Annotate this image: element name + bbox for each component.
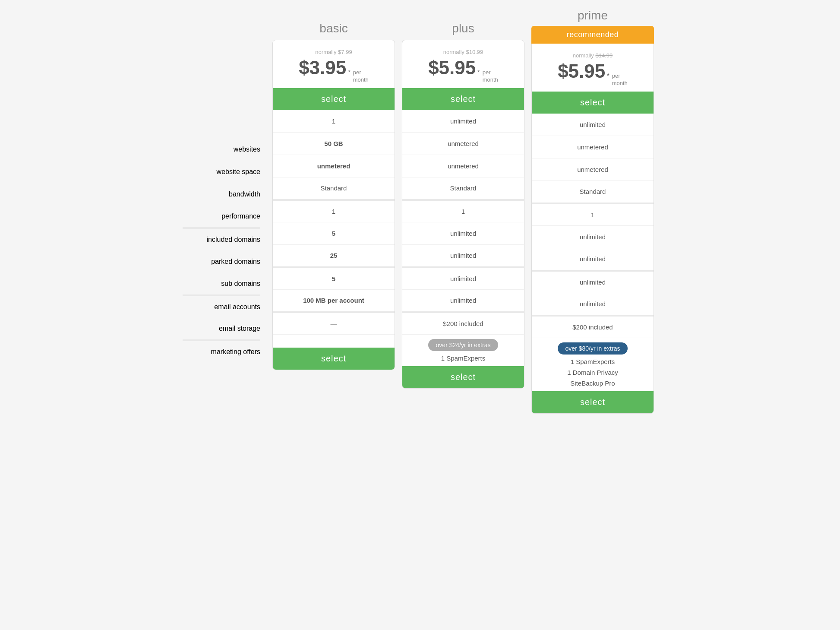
plus-price-section: normally $10.99 $5.95 * per month	[402, 40, 524, 88]
plus-parked-domains: unlimited	[402, 222, 524, 245]
prime-plan-card: normally $14.99 $5.95 * per month select…	[531, 44, 654, 414]
plus-email-accounts: unlimited	[402, 267, 524, 290]
label-website-space: website space	[217, 168, 260, 176]
prime-marketing-offers: $200 included	[532, 316, 654, 338]
plus-price: $5.95	[428, 57, 476, 79]
basic-normally: normally $7.99	[279, 49, 388, 55]
label-included-domains: included domains	[206, 236, 260, 244]
basic-original-price: $7.99	[338, 49, 352, 55]
prime-select-top-button[interactable]: select	[532, 92, 654, 114]
plus-email-storage: unlimited	[402, 290, 524, 312]
plus-spamexperts: 1 SpamExperts	[441, 355, 486, 362]
prime-sitebackup: SiteBackup Pro	[570, 380, 615, 387]
prime-extras-section: over $80/yr in extras 1 SpamExperts 1 Do…	[532, 338, 654, 391]
prime-website-space: unmetered	[532, 136, 654, 158]
basic-websites: 1	[273, 110, 395, 133]
basic-plan-column: basic normally $7.99 $3.95 * per month s…	[272, 17, 395, 370]
prime-normally: normally $14.99	[538, 52, 647, 59]
basic-email-storage: 100 MB per account	[273, 290, 395, 312]
label-parked-domains: parked domains	[211, 258, 260, 266]
plus-select-top-button[interactable]: select	[402, 88, 524, 110]
plus-original-price: $10.99	[466, 49, 483, 55]
prime-plan-title: prime	[531, 4, 654, 26]
prime-original-price: $14.99	[595, 52, 613, 59]
basic-price-section: normally $7.99 $3.95 * per month	[273, 40, 395, 88]
basic-included-domains: 1	[273, 200, 395, 222]
plus-per-month: per month	[483, 69, 498, 84]
prime-price: $5.95	[558, 60, 605, 82]
label-email-storage: email storage	[219, 325, 260, 332]
plus-performance: Standard	[402, 177, 524, 200]
plus-website-space: unmetered	[402, 133, 524, 155]
prime-included-domains: 1	[532, 203, 654, 226]
label-bandwidth: bandwidth	[229, 190, 260, 198]
plus-websites: unlimited	[402, 110, 524, 133]
plus-asterisk: *	[477, 69, 480, 76]
plus-price-row: $5.95 * per month	[409, 57, 518, 84]
pricing-table: websites website space bandwidth perform…	[183, 17, 657, 414]
plus-sub-domains: unlimited	[402, 245, 524, 267]
prime-price-row: $5.95 * per month	[538, 60, 647, 87]
prime-price-section: normally $14.99 $5.95 * per month	[532, 44, 654, 92]
label-email-accounts: email accounts	[214, 303, 260, 311]
label-marketing-offers: marketing offers	[211, 348, 260, 356]
prime-email-accounts: unlimited	[532, 271, 654, 293]
prime-sub-domains: unlimited	[532, 248, 654, 271]
basic-select-top-button[interactable]: select	[273, 88, 395, 110]
basic-sub-domains: 25	[273, 245, 395, 267]
label-performance: performance	[221, 212, 260, 220]
basic-plan-title: basic	[272, 17, 395, 35]
prime-websites: unlimited	[532, 114, 654, 136]
basic-select-bottom-button[interactable]: select	[273, 348, 395, 370]
prime-performance: Standard	[532, 181, 654, 203]
plus-included-domains: 1	[402, 200, 524, 222]
basic-price: $3.95	[299, 57, 346, 79]
basic-email-accounts: 5	[273, 267, 395, 290]
plus-bandwidth: unmetered	[402, 155, 524, 177]
plus-plan-title: plus	[402, 17, 524, 35]
feature-labels-column: websites website space bandwidth perform…	[183, 17, 269, 363]
basic-performance: Standard	[273, 177, 395, 200]
prime-email-storage: unlimited	[532, 293, 654, 316]
basic-marketing-offers: —	[273, 312, 395, 335]
plus-marketing-offers: $200 included	[402, 312, 524, 335]
plus-extras-section: over $24/yr in extras 1 SpamExperts	[402, 335, 524, 366]
prime-extras-badge: over $80/yr in extras	[558, 342, 628, 355]
label-websites: websites	[234, 146, 260, 153]
basic-asterisk: *	[348, 69, 350, 76]
plus-plan-column: plus normally $10.99 $5.95 * per month s…	[402, 17, 524, 389]
recommended-badge: recommended	[531, 26, 654, 44]
plus-plan-card: normally $10.99 $5.95 * per month select…	[402, 40, 524, 389]
prime-spamexperts: 1 SpamExperts	[571, 358, 615, 365]
prime-domain-privacy: 1 Domain Privacy	[567, 369, 618, 376]
plus-select-bottom-button[interactable]: select	[402, 366, 524, 388]
prime-parked-domains: unlimited	[532, 226, 654, 248]
basic-parked-domains: 5	[273, 222, 395, 245]
basic-price-row: $3.95 * per month	[279, 57, 388, 84]
plus-normally: normally $10.99	[409, 49, 518, 55]
basic-website-space: 50 GB	[273, 133, 395, 155]
basic-features: 1 50 GB unmetered Standard 1 5 25 5 100 …	[273, 110, 395, 335]
prime-bandwidth: unmetered	[532, 158, 654, 181]
plus-extras-badge: over $24/yr in extras	[428, 339, 499, 351]
prime-per-month: per month	[612, 73, 628, 87]
prime-features: unlimited unmetered unmetered Standard 1…	[532, 114, 654, 338]
basic-bandwidth: unmetered	[273, 155, 395, 177]
label-sub-domains: sub domains	[221, 280, 260, 288]
prime-select-bottom-button[interactable]: select	[532, 391, 654, 413]
basic-plan-card: normally $7.99 $3.95 * per month select …	[272, 40, 395, 370]
basic-per-month: per month	[353, 69, 369, 84]
plus-features: unlimited unmetered unmetered Standard 1…	[402, 110, 524, 335]
prime-plan-column: prime recommended normally $14.99 $5.95 …	[531, 4, 654, 414]
prime-asterisk: *	[607, 72, 609, 79]
